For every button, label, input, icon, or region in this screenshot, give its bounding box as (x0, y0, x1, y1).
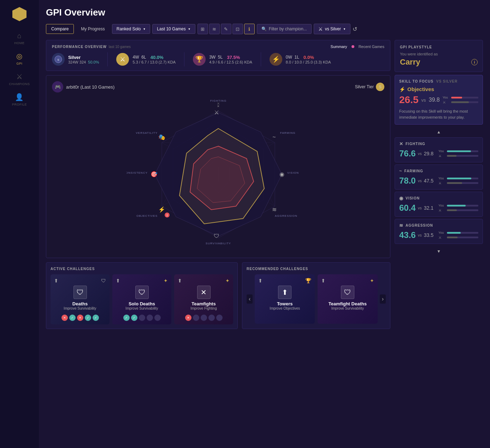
separator (261, 52, 261, 66)
refresh-button[interactable]: ↺ (353, 26, 357, 32)
vs-silver-dropdown[interactable]: ⚔ vs Silver ▼ (314, 24, 350, 34)
svg-text:🎭: 🎭 (158, 134, 165, 141)
bar-track (447, 150, 478, 152)
svg-text:!: ! (166, 214, 167, 217)
expand-button[interactable]: ▼ (395, 246, 483, 257)
farming-label: FARMING (405, 169, 423, 173)
my-progress-button[interactable]: My Progress (76, 24, 110, 34)
you-label: You (443, 96, 450, 99)
bar-fill-you (447, 150, 471, 152)
gpi-playstyle-panel: GPI PLAYSTYLE You were identified as Car… (395, 40, 483, 72)
card-desc-solo-deaths: Improve Survivability (125, 306, 158, 310)
card-dots: ✕ (185, 315, 223, 321)
card-main-icon: ✕ (197, 286, 211, 299)
compare-button[interactable]: Compare (46, 24, 74, 34)
skill-name: Objectives (407, 86, 434, 92)
rec-card-content-towers: ⬆ 🏆 ⬆ Towers Improve Objectives (255, 274, 315, 324)
vs-icon: ⚔ (318, 26, 323, 32)
rec-card-teamfight-deaths[interactable]: ⬆ ✦ 🛡 Teamfight Deaths Improve Survivabi… (318, 274, 378, 324)
avg-icon: ⚔ (438, 154, 445, 158)
aggression-vs: 33.5 (424, 232, 433, 238)
page-title: GPI Overview (46, 7, 483, 18)
bar-track (447, 209, 478, 211)
summary-tab[interactable]: Summary (331, 44, 347, 49)
bar-track (447, 205, 478, 207)
chevron-down-icon: ▼ (343, 28, 346, 31)
prev-arrow-button[interactable]: ‹ (247, 294, 253, 304)
skill-scores-farming: 78.0 vs 47.5 You ⚔ (399, 176, 478, 186)
right-panel: GPI PLAYSTYLE You were identified as Car… (395, 40, 483, 329)
stat-info-3: 0W 1L 0.0% 8.0 / 10.0 / 25.0 (3.3) KDA (286, 55, 331, 64)
bar-track-avg (451, 101, 478, 103)
last-games-dropdown[interactable]: Last 10 Games ▼ (152, 24, 195, 34)
skill-item-header-aggression: ≋ AGGRESSION (399, 223, 478, 228)
card-icons-top: ⬆ ✦ (178, 278, 230, 283)
score-bars: You ⚔ (443, 96, 478, 104)
aggression-icon: ≋ (399, 223, 403, 228)
svg-text:~: ~ (272, 134, 276, 140)
rec-card-name-teamfight-deaths: Teamfight Deaths (329, 301, 367, 306)
card-icons-top: ⬆ ✦ (116, 278, 168, 283)
stat-item-3: ⚡ 0W 1L 0.0% 8.0 / 10.0 / 25.0 (3.3) KDA (270, 53, 331, 66)
challenge-cards: ⬆ 🛡 🛡 Deaths Improve Survivability ✕ ✓ ✕ (51, 274, 233, 324)
collapse-button[interactable]: ▲ (395, 127, 483, 137)
list-view-button[interactable]: ≋ (209, 24, 220, 34)
skill-bar-group: You ⚔ (438, 177, 478, 185)
rec-card-towers[interactable]: ⬆ 🏆 ⬆ Towers Improve Objectives (255, 274, 315, 324)
bar-fill-you (447, 205, 466, 207)
svg-text:≋: ≋ (272, 207, 276, 213)
sidebar-item-profile[interactable]: 👤 Profile (12, 93, 27, 106)
rec-cards-wrapper: ‹ ⬆ 🏆 ⬆ (247, 274, 386, 324)
stat-icon-2: 🏆 (193, 53, 206, 66)
your-score: 26.5 (399, 94, 419, 106)
stat-info-silver: Silver 324W 324 50.0% (68, 55, 99, 64)
sidebar-item-champions[interactable]: ⚔ Champions (9, 72, 30, 86)
avatar: 🎮 (52, 81, 63, 92)
stat-wins-2: 3W 5L (209, 55, 225, 60)
challenge-card-solo-deaths[interactable]: ⬆ ✦ 🛡 Solo Deaths Improve Survivability … (112, 274, 171, 324)
bar-avg: ⚔ (438, 154, 478, 158)
challenges-section: ACTIVE CHALLENGES ⬆ 🛡 🛡 Death (46, 262, 390, 329)
sidebar-item-gpi[interactable]: ◎ GPI (16, 52, 23, 65)
next-arrow-button[interactable]: › (380, 294, 386, 304)
skill-focus-vs: vs Silver (436, 79, 458, 83)
challenge-card-teamfights[interactable]: ⬆ ✦ ✕ Teamfights Improve Fighting ✕ (174, 274, 233, 324)
perf-title: PERFORMANCE OVERVIEW (52, 45, 107, 49)
dot-5 (216, 315, 223, 321)
challenge-card-deaths[interactable]: ⬆ 🛡 🛡 Deaths Improve Survivability ✕ ✓ ✕ (51, 274, 110, 324)
avg-icon: ⚔ (438, 235, 445, 239)
silver-score: 324W 324 50.0% (68, 60, 99, 64)
left-panel: PERFORMANCE OVERVIEW last 10 games Summa… (46, 40, 390, 329)
stat-kda-3: 8.0 / 10.0 / 25.0 (3.3) KDA (286, 60, 331, 64)
home-icon: ⌂ (17, 32, 22, 40)
performance-overview: PERFORMANCE OVERVIEW last 10 games Summa… (46, 40, 390, 71)
card-view-button[interactable]: ⊡ (232, 24, 243, 34)
svg-text:CONSISTENCY: CONSISTENCY (126, 171, 148, 174)
ranked-solo-dropdown[interactable]: Ranked Solo ▼ (112, 24, 150, 34)
chevron-down-icon: ▼ (188, 28, 191, 31)
farming-icon: ~ (399, 168, 402, 174)
skill-scores-fighting: 76.6 vs 29.8 You ⚔ (399, 149, 478, 159)
svg-text:FARMING: FARMING (280, 131, 295, 135)
skill-focus-panel: SKILL TO FOCUS vs Silver ⚡ Objectives 26… (395, 75, 483, 125)
card-name-solo-deaths: Solo Deaths (129, 301, 155, 306)
skill-item-vision: ◉ VISION 60.4 vs 32.1 You (395, 192, 483, 217)
perf-header: PERFORMANCE OVERVIEW last 10 games Summa… (52, 44, 384, 49)
info-button[interactable]: ℹ (244, 24, 255, 34)
gpi-playstyle-title: GPI PLAYSTYLE (400, 45, 478, 49)
top-icon-left: ⬆ (178, 278, 182, 283)
sidebar-item-home[interactable]: ⌂ Home (14, 32, 25, 45)
bar-fill-you (451, 97, 462, 98)
skill-item-farming: ~ FARMING 78.0 vs 47.5 You (395, 165, 483, 190)
recommended-challenges: RECOMMENDED CHALLENGES ‹ ⬆ 🏆 (242, 262, 390, 329)
filter-champion-button[interactable]: 🔍 Filter by champion... (257, 24, 312, 34)
dot-indicator (352, 45, 354, 48)
playstyle-info-button[interactable]: i (471, 59, 478, 65)
grid-view-button[interactable]: ⊞ (197, 24, 208, 34)
edit-button[interactable]: ✎ (221, 24, 231, 34)
skill-item-header-vision: ◉ VISION (399, 196, 478, 201)
recent-games-tab[interactable]: Recent Games (359, 44, 384, 49)
stat-winrate-3: 0.0% (303, 55, 314, 60)
svg-text:OBJECTIVES: OBJECTIVES (136, 214, 158, 217)
aggression-label: AGGRESSION (406, 223, 433, 227)
